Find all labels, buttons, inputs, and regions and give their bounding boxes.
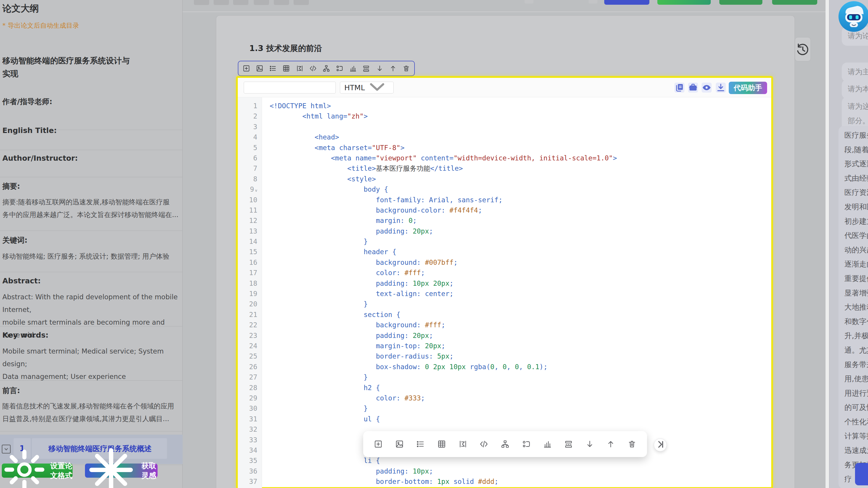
code-line[interactable]: 13 padding: 20px; bbox=[238, 226, 771, 236]
mindmap-icon[interactable] bbox=[522, 440, 531, 449]
line-number[interactable]: 6 bbox=[238, 153, 262, 163]
line-number[interactable]: 22 bbox=[238, 320, 262, 330]
line-number[interactable]: 10 bbox=[238, 195, 262, 205]
code-line[interactable]: 27 } bbox=[238, 372, 771, 383]
line-number[interactable]: 19 bbox=[238, 289, 262, 299]
code-line[interactable]: 23 padding: 20px; bbox=[238, 330, 771, 341]
line-number[interactable]: 18 bbox=[238, 278, 262, 289]
line-number[interactable]: 1 bbox=[238, 101, 262, 111]
line-number[interactable]: 8 bbox=[238, 174, 262, 184]
assistant-message-bubble[interactable]: 医疗服务段,随着形式逐渐式由经验医疗资源发明和医初步建立代医学的动的兴起逐渐走向… bbox=[838, 126, 868, 488]
line-number[interactable]: 30 bbox=[238, 403, 262, 414]
line-number[interactable]: 32 bbox=[238, 424, 262, 435]
code-line[interactable]: 24 margin-top: 20px; bbox=[238, 341, 771, 351]
line-number[interactable]: 4 bbox=[238, 132, 262, 142]
code-line[interactable]: 4 <head> bbox=[238, 132, 771, 142]
code-icon[interactable] bbox=[479, 440, 488, 449]
bar-chart-icon[interactable] bbox=[543, 440, 552, 449]
copy-code-button[interactable] bbox=[675, 83, 684, 93]
line-number[interactable]: 21 bbox=[238, 310, 262, 320]
code-icon[interactable] bbox=[309, 65, 317, 72]
line-number[interactable]: 12 bbox=[238, 216, 262, 226]
assistant-send-button[interactable] bbox=[855, 463, 868, 485]
move-up-icon[interactable] bbox=[606, 440, 615, 449]
trash-icon[interactable] bbox=[402, 65, 410, 72]
code-line[interactable]: 7 <title>基本医疗服务功能</title> bbox=[238, 163, 771, 174]
flowchart-icon[interactable] bbox=[501, 440, 509, 449]
assistant-prompt-bubble[interactable]: 请为本段 bbox=[842, 79, 868, 99]
preview-code-button[interactable] bbox=[702, 83, 712, 93]
toolbar-icon-placeholder[interactable] bbox=[274, 0, 289, 5]
bullet-list-icon[interactable] bbox=[416, 440, 425, 449]
line-number[interactable]: 28 bbox=[238, 383, 262, 393]
code-assistant-button[interactable]: 代码助手 bbox=[729, 82, 767, 94]
assistant-mascot-icon[interactable] bbox=[838, 1, 868, 32]
section-split-icon[interactable] bbox=[564, 440, 573, 449]
code-line[interactable]: 6 <meta name="viewport" content="width=d… bbox=[238, 153, 771, 163]
code-line[interactable]: 18 padding: 10px 20px; bbox=[238, 278, 771, 289]
line-number[interactable]: 3 bbox=[238, 122, 262, 132]
code-content[interactable]: 1<!DOCTYPE html>2 <html lang="zh">34 <he… bbox=[238, 101, 771, 487]
image-icon[interactable] bbox=[395, 440, 404, 449]
code-line[interactable]: 19 text-align: center; bbox=[238, 289, 771, 299]
code-line[interactable]: 1<!DOCTYPE html> bbox=[238, 101, 771, 111]
line-number[interactable]: 24 bbox=[238, 341, 262, 351]
line-number[interactable]: 16 bbox=[238, 257, 262, 268]
toolbar-icon-placeholder[interactable] bbox=[194, 0, 209, 5]
line-number[interactable]: 27 bbox=[238, 372, 262, 383]
language-select[interactable]: HTML bbox=[340, 82, 394, 94]
line-number[interactable]: 9v bbox=[238, 184, 262, 195]
move-down-icon[interactable] bbox=[585, 440, 594, 449]
line-number[interactable]: 2 bbox=[238, 111, 262, 122]
mindmap-icon[interactable] bbox=[336, 65, 343, 72]
top-btn-green-1[interactable] bbox=[719, 0, 763, 5]
code-line[interactable]: 21 section { bbox=[238, 310, 771, 320]
image-icon[interactable] bbox=[256, 65, 264, 72]
section-split-icon[interactable] bbox=[362, 65, 370, 72]
insert-block-icon[interactable] bbox=[374, 440, 383, 449]
top-btn-blue[interactable] bbox=[604, 0, 649, 5]
code-line[interactable]: 16 background: #007bff; bbox=[238, 257, 771, 268]
code-line[interactable]: 14 } bbox=[238, 236, 771, 247]
line-number[interactable]: 25 bbox=[238, 351, 262, 361]
line-number[interactable]: 13 bbox=[238, 226, 262, 236]
code-line[interactable]: 20 } bbox=[238, 299, 771, 309]
code-line[interactable]: 35 li { bbox=[238, 456, 771, 466]
line-number[interactable]: 11 bbox=[238, 205, 262, 216]
assistant-prompt-bubble[interactable]: 请为这段部分。 bbox=[842, 97, 868, 130]
download-code-button[interactable] bbox=[716, 83, 726, 93]
collapse-toolbar-button[interactable] bbox=[654, 438, 667, 451]
toolbar-icon-placeholder[interactable] bbox=[233, 0, 248, 5]
line-number[interactable]: 15 bbox=[238, 247, 262, 257]
toolbar-icon-placeholder[interactable] bbox=[254, 0, 269, 5]
code-line[interactable]: 11 background-color: #f4f4f4; bbox=[238, 205, 771, 216]
code-line[interactable]: 12 margin: 0; bbox=[238, 216, 771, 226]
line-number[interactable]: 7 bbox=[238, 163, 262, 174]
code-line[interactable]: 25 border-radius: 5px; bbox=[238, 351, 771, 361]
code-line[interactable]: 30 } bbox=[238, 403, 771, 414]
toolbar-icon-placeholder[interactable] bbox=[293, 0, 309, 5]
line-number[interactable]: 37 bbox=[238, 477, 262, 487]
code-line[interactable]: 17 color: #fff; bbox=[238, 268, 771, 278]
line-number[interactable]: 33 bbox=[238, 435, 262, 445]
bullet-list-icon[interactable] bbox=[269, 65, 277, 72]
code-line[interactable]: 36 padding: 10px; bbox=[238, 466, 771, 477]
toolbar-icon-placeholder[interactable] bbox=[214, 0, 229, 5]
formula-icon[interactable] bbox=[296, 65, 304, 72]
flowchart-icon[interactable] bbox=[322, 65, 330, 72]
top-btn-green-bright[interactable] bbox=[657, 0, 711, 5]
line-number[interactable]: 5 bbox=[238, 143, 262, 153]
code-line[interactable]: 37 border-bottom: 1px solid #ddd; bbox=[238, 477, 771, 487]
code-line[interactable]: 10 font-family: Arial, sans-serif; bbox=[238, 195, 771, 205]
line-number[interactable]: 20 bbox=[238, 299, 262, 309]
line-number[interactable]: 35 bbox=[238, 456, 262, 466]
code-line[interactable]: 26 box-shadow: 0 2px 10px rgba(0, 0, 0, … bbox=[238, 362, 771, 372]
code-line[interactable]: 5 <meta charset="UTF-8"> bbox=[238, 143, 771, 153]
move-up-icon[interactable] bbox=[389, 65, 397, 72]
line-number[interactable]: 14 bbox=[238, 236, 262, 247]
line-number[interactable]: 17 bbox=[238, 268, 262, 278]
line-number[interactable]: 31 bbox=[238, 414, 262, 424]
trash-icon[interactable] bbox=[627, 440, 637, 449]
toolkit-button[interactable] bbox=[688, 83, 698, 93]
fold-chevron-icon[interactable]: v bbox=[255, 188, 257, 193]
